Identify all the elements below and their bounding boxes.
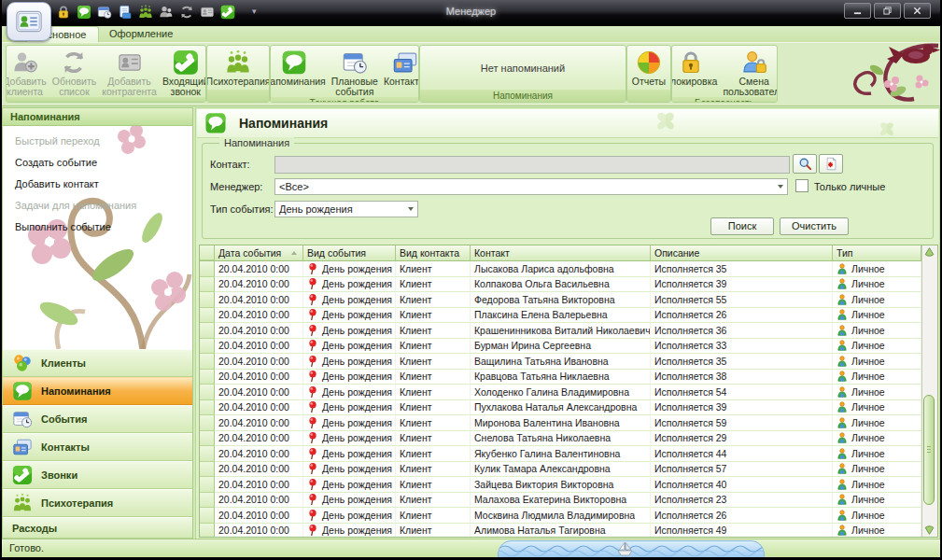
- ribbon-button-cards[interactable]: Контакты: [381, 47, 419, 97]
- table-row[interactable]: 20.04.2010 0:00День рожденияКлиентМироно…: [200, 415, 921, 431]
- nav-item-contacts[interactable]: Контакты: [3, 433, 192, 461]
- manager-select[interactable]: <Все>: [274, 178, 788, 195]
- column-header-event[interactable]: Вид события: [303, 245, 396, 260]
- row-selector: [200, 339, 215, 355]
- application-menu-button[interactable]: [7, 2, 51, 41]
- table-row[interactable]: 20.04.2010 0:00День рожденияКлиентБурман…: [200, 339, 921, 355]
- cell-description: Исполняется 54: [651, 385, 833, 400]
- nav-item-calls[interactable]: Звонки: [3, 461, 192, 489]
- row-selector: [200, 508, 215, 524]
- vertical-scrollbar[interactable]: [921, 245, 937, 537]
- table-row[interactable]: 20.04.2010 0:00День рожденияКлиентКулик …: [200, 462, 921, 478]
- pin-icon: [307, 293, 318, 306]
- ribbon-button-pie[interactable]: Отчеты: [629, 47, 668, 90]
- cell-kind: Клиент: [396, 493, 471, 509]
- table-row[interactable]: 20.04.2010 0:00День рожденияКлиентКрашен…: [200, 323, 921, 339]
- sidebar-panel-title: Напоминания: [3, 108, 192, 126]
- column-header-contact[interactable]: Контакт: [471, 245, 651, 260]
- bluepage-icon[interactable]: [118, 5, 133, 20]
- contact-search-button[interactable]: [793, 154, 817, 174]
- row-selector: [200, 292, 215, 308]
- contact-clear-button[interactable]: [819, 154, 843, 174]
- table-row[interactable]: 20.04.2010 0:00День рожденияКлиентКравцо…: [200, 370, 921, 385]
- cell-contact: Лысакова Лариса адольфовна: [471, 261, 651, 277]
- table-row[interactable]: 20.04.2010 0:00День рожденияКлиентМоскви…: [200, 508, 921, 524]
- table-row[interactable]: 20.04.2010 0:00День рожденияКлиентФедоро…: [200, 292, 921, 308]
- table-row[interactable]: 20.04.2010 0:00День рожденияКлиентСнелов…: [200, 431, 921, 447]
- lock-icon[interactable]: [56, 5, 71, 20]
- contractor-icon: [117, 49, 143, 76]
- nav-item-therapy[interactable]: Психотерапия: [3, 489, 192, 517]
- calendar-icon[interactable]: [97, 5, 112, 20]
- nav-item-label: События: [41, 413, 87, 425]
- table-row[interactable]: 20.04.2010 0:00День рожденияКлиентМалахо…: [200, 493, 921, 509]
- cell-description: Исполняется 38: [651, 370, 833, 385]
- table-row[interactable]: 20.04.2010 0:00День рожденияКлиентАлимов…: [200, 524, 921, 538]
- people-icon[interactable]: [138, 5, 153, 20]
- ribbon-button-calendar[interactable]: Плановые события: [329, 47, 381, 97]
- table-row[interactable]: 20.04.2010 0:00День рожденияКлиентЯкубен…: [200, 446, 921, 462]
- ribbon-button-lock[interactable]: Блокировка: [671, 47, 720, 97]
- ribbon-button-bubble[interactable]: Напоминания: [270, 47, 329, 97]
- maximize-button[interactable]: [874, 3, 901, 19]
- clear-button[interactable]: Очистить: [780, 217, 849, 235]
- table-row[interactable]: 20.04.2010 0:00День рожденияКлиентХолоде…: [200, 385, 921, 400]
- ribbon-button-contractor: Добавить контрагента: [99, 47, 160, 97]
- table-row[interactable]: 20.04.2010 0:00День рожденияКлиентПлакси…: [200, 308, 921, 324]
- column-header-date[interactable]: Дата события: [215, 245, 303, 260]
- refresh-icon[interactable]: [179, 5, 194, 20]
- search-icon: [798, 157, 812, 171]
- manager-value: <Все>: [279, 181, 309, 192]
- add-client-icon: [12, 49, 38, 76]
- sidebar-link-create-event[interactable]: Создать событие: [3, 153, 192, 172]
- close-button[interactable]: [904, 3, 931, 19]
- cell-type: Личное: [833, 292, 921, 308]
- cell-date: 20.04.2010 0:00: [215, 323, 303, 339]
- table-row[interactable]: 20.04.2010 0:00День рожденияКлиентКолпак…: [200, 277, 921, 293]
- tab-appearance[interactable]: Оформление: [97, 26, 185, 41]
- contact-input[interactable]: [274, 156, 790, 174]
- cell-type: Личное: [833, 446, 921, 462]
- search-button[interactable]: Поиск: [710, 217, 774, 235]
- only-personal-checkbox[interactable]: [795, 179, 808, 192]
- sidebar-link-complete-event[interactable]: Выполнить событие: [3, 217, 192, 236]
- nav-item-expenses[interactable]: Расходы: [3, 517, 192, 539]
- scrollbar-down-icon[interactable]: [923, 524, 935, 536]
- phone-icon[interactable]: [220, 5, 235, 20]
- cell-date: 20.04.2010 0:00: [215, 400, 303, 416]
- ribbon-button-people[interactable]: Психотерапия: [206, 47, 270, 90]
- sidebar-link-add-contact[interactable]: Добавить контакт: [3, 175, 192, 193]
- nav-item-clients[interactable]: Клиенты: [3, 349, 192, 377]
- pin-icon: [307, 385, 318, 399]
- calendar-icon: [12, 409, 33, 429]
- cell-type: Личное: [833, 308, 921, 324]
- row-selector: [200, 462, 215, 478]
- column-header-type[interactable]: Тип: [833, 245, 921, 260]
- table-row[interactable]: 20.04.2010 0:00День рожденияКлиентЗайцев…: [200, 477, 921, 493]
- scrollbar-thumb[interactable]: [923, 395, 935, 505]
- row-selector: [200, 415, 215, 431]
- nav-item-label: Звонки: [41, 469, 77, 481]
- column-header-kind[interactable]: Вид контакта: [396, 245, 471, 260]
- gray-person-icon[interactable]: [159, 5, 174, 20]
- minimize-button[interactable]: [844, 3, 871, 19]
- toolbar-options-icon[interactable]: ▾: [252, 7, 257, 16]
- ribbon-group-actions: Добавить клиентаОбновить списокДобавить …: [6, 45, 206, 103]
- table-row[interactable]: 20.04.2010 0:00День рожденияКлиентВащили…: [200, 354, 921, 370]
- nav-item-reminders[interactable]: Напоминания: [3, 377, 192, 405]
- cell-type: Личное: [833, 339, 921, 355]
- column-header-description[interactable]: Описание: [651, 245, 833, 260]
- cell-kind: Клиент: [396, 354, 471, 370]
- ribbon-button-phone[interactable]: Входящий звонок: [160, 47, 206, 97]
- ribbon-button-user-lock[interactable]: Смена пользователя: [720, 47, 778, 97]
- table-row[interactable]: 20.04.2010 0:00День рожденияКлиентПухлак…: [200, 400, 921, 416]
- chevron-down-icon: [408, 207, 414, 211]
- scrollbar-up-icon[interactable]: [923, 246, 935, 259]
- ribbon-button-label: Плановые события: [331, 77, 378, 97]
- table-row[interactable]: 20.04.2010 0:00День рожденияКлиентЛысако…: [200, 261, 921, 277]
- ribbon-group-label: [207, 90, 269, 102]
- contractor-icon[interactable]: [200, 5, 215, 20]
- bubble-icon[interactable]: [77, 5, 91, 20]
- nav-item-events[interactable]: События: [3, 405, 192, 433]
- event-type-select[interactable]: День рождения: [274, 201, 418, 217]
